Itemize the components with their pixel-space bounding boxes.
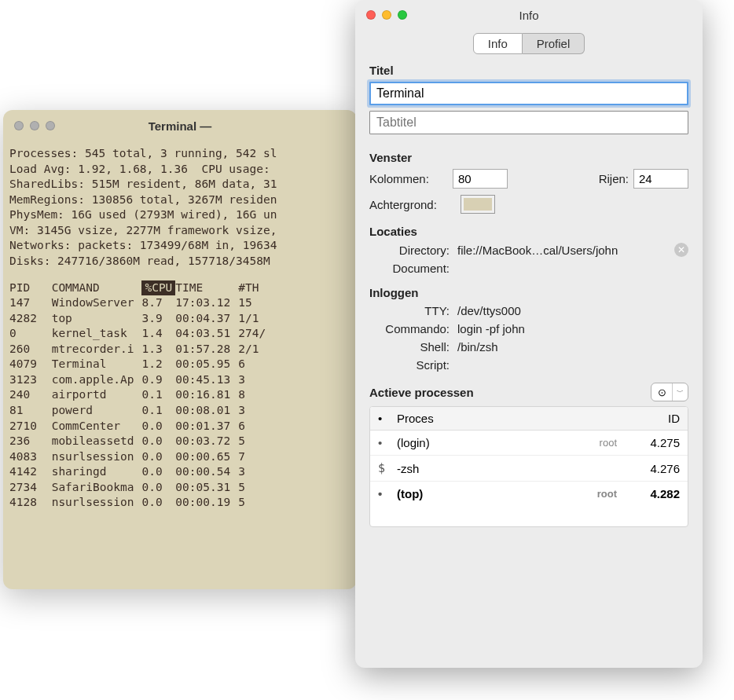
label-processes: Actieve processen — [369, 386, 474, 399]
active-processes-table: • Proces ID •(login)root4.275$-zsh4.276•… — [369, 406, 688, 527]
terminal-body[interactable]: Processes: 545 total, 3 running, 542 slL… — [3, 141, 357, 515]
label-script: Script: — [369, 358, 457, 372]
process-bullet: • — [378, 436, 397, 449]
terminal-window-title: Terminal — — [3, 119, 357, 133]
col-pid: PID — [9, 280, 52, 296]
col-th: #TH — [238, 280, 273, 296]
minimize-icon[interactable] — [30, 121, 39, 130]
info-window-title: Info — [355, 9, 703, 22]
label-shell: Shell: — [369, 340, 457, 354]
tab-info[interactable]: Info — [473, 33, 523, 54]
label-window: Venster — [369, 151, 688, 164]
terminal-stat-line: Networks: packets: 173499/68M in, 19634 — [9, 238, 350, 254]
table-row: 2734 SafariBookma0.000:05.315 — [9, 480, 273, 496]
table-row: 81 powerd 0.100:08.013 — [9, 403, 273, 419]
col-bullet: • — [378, 412, 397, 425]
process-actions-menu[interactable]: ⊙ ﹀ — [651, 383, 688, 401]
table-row: 4083 nsurlsession0.000:00.657 — [9, 449, 273, 465]
label-locations: Locaties — [369, 225, 688, 238]
zoom-icon[interactable] — [46, 121, 55, 130]
section-title: Titel — [355, 64, 703, 140]
label-login: Inloggen — [369, 286, 688, 299]
rows-input[interactable] — [633, 169, 688, 189]
table-row: 4142 sharingd 0.000:00.543 — [9, 464, 273, 480]
col-command: COMMAND — [52, 280, 142, 296]
section-locations: Locaties Directory: file://MacBook…cal/U… — [355, 225, 703, 275]
table-row: 260 mtrecorder.i1.301:57.282/1 — [9, 342, 273, 357]
columns-input[interactable] — [453, 169, 508, 189]
traffic-lights-active — [366, 10, 407, 20]
label-background: Achtergrond: — [369, 198, 456, 211]
process-top-table: PID COMMAND %CPU TIME #TH 147 WindowServ… — [9, 280, 273, 511]
process-user: root — [578, 488, 625, 500]
process-id: 4.276 — [625, 462, 680, 475]
terminal-stat-line: Load Avg: 1.92, 1.68, 1.36 CPU usage: — [9, 162, 350, 178]
clear-directory-icon[interactable]: ✕ — [674, 243, 688, 257]
process-user: root — [578, 437, 625, 449]
label-directory: Directory: — [369, 244, 457, 257]
window-title-input[interactable] — [369, 82, 688, 105]
process-name: -zsh — [397, 462, 578, 475]
table-row[interactable]: •(top)root4.282 — [370, 482, 688, 506]
process-id: 4.282 — [625, 487, 680, 500]
label-tty: TTY: — [369, 304, 457, 317]
terminal-stat-line: Disks: 247716/3860M read, 157718/3458M — [9, 254, 350, 269]
label-command: Commando: — [369, 322, 457, 335]
terminal-stat-line: SharedLibs: 515M resident, 86M data, 31 — [9, 177, 350, 192]
close-icon[interactable] — [14, 121, 24, 130]
section-processes-header: Actieve processen ⊙ ﹀ — [355, 383, 703, 401]
value-directory: file://MacBook…cal/Users/john — [457, 244, 674, 257]
col-process[interactable]: Proces — [397, 412, 578, 425]
terminal-stat-line: Processes: 545 total, 3 running, 542 sl — [9, 146, 350, 162]
table-row: 4282 top 3.900:04.371/1 — [9, 311, 273, 327]
table-row-empty — [370, 506, 688, 526]
label-title: Titel — [369, 64, 688, 77]
table-row: 236 mobileassetd0.000:03.725 — [9, 434, 273, 449]
ellipsis-circle-icon: ⊙ — [651, 383, 672, 401]
info-window: Info Info Profiel Titel Venster Kolommen… — [355, 0, 703, 668]
col-id[interactable]: ID — [625, 412, 680, 425]
table-row: 147 WindowServer8.717:03.1215 — [9, 295, 273, 311]
table-row: 240 airportd 0.100:16.818 — [9, 387, 273, 403]
label-columns: Kolommen: — [369, 172, 448, 185]
process-name: (top) — [397, 487, 578, 500]
table-row: 4079 Terminal 1.200:05.956 — [9, 357, 273, 372]
section-login: Inloggen TTY: /dev/ttys000 Commando: log… — [355, 286, 703, 372]
process-bullet: $ — [378, 461, 397, 475]
terminal-stat-line: VM: 3145G vsize, 2277M framework vsize, — [9, 223, 350, 239]
info-titlebar: Info — [355, 0, 703, 30]
col-user — [578, 412, 625, 425]
table-row: 2710 CommCenter 0.000:01.376 — [9, 419, 273, 434]
table-row: 4128 nsurlsession0.000:00.195 — [9, 495, 273, 511]
process-id: 4.275 — [625, 436, 680, 449]
table-row: 3123 com.apple.Ap0.900:45.133 — [9, 372, 273, 388]
close-icon[interactable] — [366, 10, 376, 20]
value-shell: /bin/zsh — [457, 340, 688, 354]
table-row[interactable]: •(login)root4.275 — [370, 431, 688, 456]
zoom-icon[interactable] — [398, 10, 407, 20]
process-name: (login) — [397, 436, 578, 449]
label-rows: Rijen: — [599, 172, 629, 185]
terminal-stat-line: MemRegions: 130856 total, 3267M residen — [9, 192, 350, 208]
minimize-icon[interactable] — [382, 10, 391, 20]
section-window: Venster Kolommen: Rijen: Achtergrond: — [355, 151, 703, 214]
tab-title-input[interactable] — [369, 111, 688, 134]
value-tty: /dev/ttys000 — [457, 304, 688, 317]
traffic-lights-inactive — [14, 121, 55, 130]
col-cpu: %CPU — [141, 280, 175, 296]
table-row[interactable]: $-zsh4.276 — [370, 456, 688, 482]
table-row: 0 kernel_task 1.404:03.51274/ — [9, 326, 273, 342]
value-command: login -pf john — [457, 322, 688, 335]
label-document: Document: — [369, 262, 457, 275]
terminal-titlebar: Terminal — — [3, 110, 357, 141]
col-time: TIME — [175, 280, 238, 296]
background-color-well[interactable] — [461, 195, 495, 214]
terminal-window: Terminal — Processes: 545 total, 3 runni… — [3, 110, 357, 589]
tab-profile[interactable]: Profiel — [523, 33, 585, 54]
chevron-down-icon: ﹀ — [672, 383, 688, 401]
process-bullet: • — [378, 487, 397, 500]
segmented-tabs: Info Profiel — [355, 33, 703, 54]
terminal-stat-line: PhysMem: 16G used (2793M wired), 16G un — [9, 207, 350, 223]
